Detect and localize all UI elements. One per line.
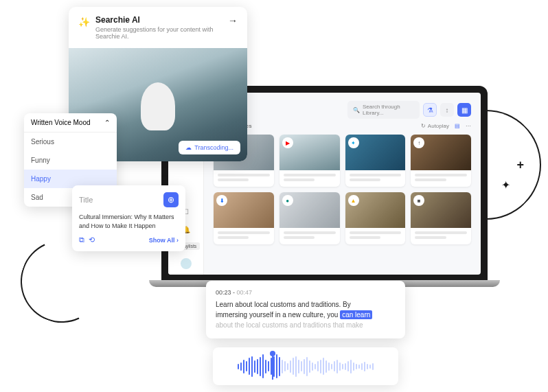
content-tile[interactable]: ✦ xyxy=(345,135,406,187)
content-tile[interactable]: ↑ xyxy=(411,135,471,187)
cloud-icon: ☁ xyxy=(185,144,192,151)
wave-bar xyxy=(262,354,264,378)
wave-bar xyxy=(287,363,288,370)
wave-bar xyxy=(268,361,269,371)
wave-bar xyxy=(331,364,332,369)
drive-icon: ▲ xyxy=(348,195,359,206)
show-all-link[interactable]: Show All › xyxy=(149,237,179,244)
wave-bar xyxy=(254,360,255,373)
content-tile[interactable]: ▶ xyxy=(279,135,340,187)
wave-bar xyxy=(320,360,321,373)
decorative-star-icon: ✦ xyxy=(501,178,510,192)
wave-bar xyxy=(282,360,283,373)
wave-bar xyxy=(328,362,330,371)
search-icon: 🔍 xyxy=(353,107,360,113)
wave-bar xyxy=(249,358,250,375)
wave-bar xyxy=(290,360,291,373)
wave-bar xyxy=(295,356,297,377)
wave-bar xyxy=(243,360,244,373)
wave-bar xyxy=(356,364,357,369)
title-suggestion-card: Title ⊕ Cultural Immersion: Why It Matte… xyxy=(72,185,185,251)
mood-dropdown-header[interactable]: Written Voice Mood ⌃ xyxy=(24,113,117,132)
autoplay-toggle[interactable]: ↻ Autoplay xyxy=(421,123,449,129)
wave-bar xyxy=(238,364,239,369)
wave-bar xyxy=(369,365,371,369)
content-tile[interactable]: ■ xyxy=(411,192,471,244)
source-icon: ■ xyxy=(413,195,424,206)
wave-bar xyxy=(350,360,352,373)
transcoding-badge: ☁ Transcoding... xyxy=(179,141,240,154)
upload-icon: ↑ xyxy=(413,137,424,148)
wave-bar xyxy=(260,357,261,376)
title-suggestion-text: Cultural Immersion: Why It Matters and H… xyxy=(79,213,179,230)
filter-button[interactable]: ⚗ xyxy=(423,103,437,117)
timestamp: 00:23 - 00:47 xyxy=(216,289,396,296)
wave-bar xyxy=(361,363,363,370)
layout-icon[interactable]: ▤ xyxy=(455,123,460,129)
chevron-up-icon: ⌃ xyxy=(104,119,110,126)
highlighted-text: can learn xyxy=(340,310,372,319)
record-icon: ● xyxy=(282,195,293,206)
wave-bar xyxy=(284,361,286,371)
content-tile[interactable]: ● xyxy=(279,192,340,244)
mood-label: Written Voice Mood xyxy=(31,119,91,126)
wave-bar xyxy=(312,362,313,371)
ai-card-header: ✨ Searchie AI Generate suggestions for y… xyxy=(69,7,247,48)
wave-bar xyxy=(345,363,346,370)
wave-bar xyxy=(323,358,324,375)
sort-button[interactable]: ↕ xyxy=(440,103,454,117)
wave-bar xyxy=(353,362,354,371)
wave-bar xyxy=(251,356,253,377)
wave-bar xyxy=(240,362,242,371)
wave-bar xyxy=(279,357,280,376)
ai-card-title: Searchie AI xyxy=(95,15,228,25)
content-tile[interactable]: ▲ xyxy=(345,192,406,244)
wave-bar xyxy=(276,354,277,378)
wave-bar xyxy=(304,359,305,374)
wave-bar xyxy=(309,360,310,373)
sidebar-avatar[interactable] xyxy=(181,258,192,269)
ai-sparkle-icon: ✨ xyxy=(78,16,90,40)
mood-option-funny[interactable]: Funny xyxy=(24,151,117,170)
wave-bar xyxy=(358,365,360,369)
search-input[interactable]: 🔍 Search through Library... xyxy=(347,101,420,119)
content-tile[interactable]: ⬇ xyxy=(214,192,274,244)
grid-view-button[interactable]: ▦ xyxy=(457,103,471,117)
playhead-cursor[interactable] xyxy=(272,353,273,380)
wave-bar xyxy=(372,363,374,370)
wave-bar xyxy=(339,362,341,371)
decorative-plus-icon: + xyxy=(516,158,524,172)
transcript-text: Learn about local customs and traditions… xyxy=(216,299,396,330)
audio-waveform[interactable] xyxy=(213,347,398,385)
transcript-card[interactable]: 00:23 - 00:47 Learn about local customs … xyxy=(206,281,405,338)
wave-bar xyxy=(265,360,266,373)
search-placeholder: Search through Library... xyxy=(363,104,414,116)
wave-bar xyxy=(306,357,308,376)
title-card-label: Title xyxy=(79,196,93,204)
dropbox-icon: ⬇ xyxy=(216,195,227,206)
wave-bar xyxy=(367,364,368,369)
wave-bar xyxy=(315,364,316,369)
copy-icon[interactable]: ⧉ xyxy=(79,235,84,244)
ai-card-subtitle: Generate suggestions for your content wi… xyxy=(95,26,228,40)
refresh-icon[interactable]: ⟲ xyxy=(89,235,95,244)
content-grid: f ▶ ✦ ↑ ⬇ ● ▲ ■ xyxy=(214,135,471,244)
mood-option-serious[interactable]: Serious xyxy=(24,132,117,151)
wave-bar xyxy=(298,360,299,373)
wave-bar xyxy=(246,361,247,371)
wave-bar xyxy=(257,359,258,374)
wave-bar xyxy=(334,361,335,371)
add-title-button[interactable]: ⊕ xyxy=(163,192,179,207)
wave-bar xyxy=(317,361,319,371)
arrow-right-icon[interactable]: → xyxy=(228,15,238,26)
wave-bar xyxy=(342,364,343,369)
wave-bar xyxy=(326,360,327,373)
wave-bar xyxy=(301,361,302,371)
wave-bar xyxy=(293,358,294,375)
source-icon: ✦ xyxy=(348,137,359,148)
wave-bar xyxy=(336,360,338,373)
wave-bar xyxy=(347,361,349,371)
transcoding-label: Transcoding... xyxy=(194,144,233,151)
youtube-icon: ▶ xyxy=(282,137,293,148)
more-icon[interactable]: ⋯ xyxy=(466,123,471,129)
